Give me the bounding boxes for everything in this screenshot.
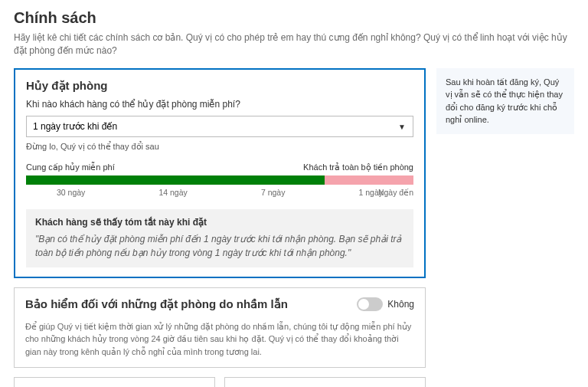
cancel-bar	[26, 175, 413, 185]
cancel-summary-text: "Bạn có thể hủy đặt phòng miễn phí đến 1…	[35, 232, 404, 260]
cancel-deadline-select-wrap: 1 ngày trước khi đến ▼	[26, 116, 413, 137]
page-subtitle: Hãy liệt kê chi tiết các chính sách cơ b…	[14, 31, 574, 57]
cancel-summary-box: Khách hàng sẽ thấy tóm tắt này khi đặt "…	[26, 209, 413, 267]
cancel-ticks: 30 ngày 14 ngày 7 ngày 1 ngày Ngày đến	[26, 188, 413, 197]
cancel-bar-paid	[325, 175, 413, 185]
cancel-bar-free	[26, 175, 325, 185]
cancel-note: Đừng lo, Quý vị có thể thay đổi sau	[26, 142, 413, 152]
side-info-card: Sau khi hoàn tất đăng ký, Quý vị vẫn sẽ …	[436, 68, 574, 134]
tick-30: 30 ngày	[57, 188, 85, 197]
cancel-policy-card: Hủy đặt phòng Khi nào khách hàng có thể …	[14, 68, 426, 278]
tick-arrival: Ngày đến	[378, 188, 413, 197]
insurance-card: Bảo hiểm đối với những đặt phòng do nhầm…	[14, 287, 426, 369]
insurance-title: Bảo hiểm đối với những đặt phòng do nhầm…	[25, 297, 349, 311]
page-title: Chính sách	[14, 9, 574, 27]
tick-14: 14 ngày	[158, 188, 187, 197]
cancel-question: Khi nào khách hàng có thể hủy đặt phòng …	[26, 99, 413, 110]
insurance-toggle[interactable]	[357, 297, 383, 311]
bar-label-right: Khách trả toàn bộ tiền phòng	[303, 162, 413, 172]
cancel-deadline-select[interactable]: 1 ngày trước khi đến	[26, 116, 413, 137]
cancel-title: Hủy đặt phòng	[26, 79, 413, 93]
cancel-summary-title: Khách hàng sẽ thấy tóm tắt này khi đặt	[35, 217, 404, 228]
bar-label-left: Cung cấp hủy miễn phí	[26, 162, 115, 172]
tick-7: 7 ngày	[261, 188, 286, 197]
insurance-desc: Để giúp Quý vị tiết kiệm thời gian xử lý…	[25, 320, 414, 359]
checkin-card: Nhận phòng từ: 12:00 14:00 15:00 Khác ▼	[14, 377, 215, 387]
checkout-card: Trả phòng từ (không bắt buộc): 00:00 10:…	[224, 377, 426, 387]
side-info-text: Sau khi hoàn tất đăng ký, Quý vị vẫn sẽ …	[446, 77, 563, 125]
insurance-toggle-label: Không	[387, 299, 414, 310]
toggle-knob	[358, 299, 369, 310]
